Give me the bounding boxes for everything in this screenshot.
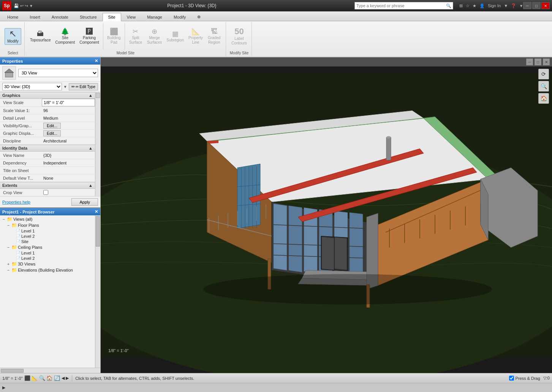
global-search-box[interactable]: 🔍 bbox=[354, 2, 453, 9]
tab-site[interactable]: Site bbox=[103, 13, 121, 21]
scale-value-row: Scale Value 1: 96 bbox=[0, 107, 95, 114]
user-icon[interactable]: 👤 bbox=[479, 3, 485, 8]
graded-region-button[interactable]: 🏗 GradedRegion bbox=[206, 27, 223, 46]
svg-rect-0 bbox=[5, 73, 13, 77]
tab-view[interactable]: View bbox=[121, 13, 142, 21]
identity-data-header: Identity Data ▲ bbox=[0, 145, 95, 152]
view-scale-input[interactable] bbox=[42, 99, 95, 106]
properties-scrollbar[interactable] bbox=[95, 92, 100, 196]
visibility-edit-button[interactable]: Edit... bbox=[43, 123, 61, 129]
tree-item-floor-plans[interactable]: − 📁 Floor Plans bbox=[0, 222, 95, 228]
instance-dropdown-icon[interactable]: ▼ bbox=[63, 85, 67, 89]
tree-toggle-floor-plans[interactable]: − bbox=[6, 223, 11, 228]
tab-extra[interactable]: ⊕ bbox=[191, 13, 206, 21]
tab-insert[interactable]: Insert bbox=[24, 13, 46, 21]
split-surface-button[interactable]: ✂ SplitSurface bbox=[127, 27, 144, 46]
tree-item-ceiling-level2[interactable]: 📄 Level 2 bbox=[0, 256, 95, 261]
extents-collapse-icon[interactable]: ▲ bbox=[89, 183, 93, 188]
maximize-button[interactable]: □ bbox=[532, 2, 541, 9]
view-controls-icons[interactable]: ⬛ 📐 🔍 🏠 🔄 bbox=[24, 375, 60, 381]
tab-manage[interactable]: Manage bbox=[141, 13, 168, 21]
identity-collapse-icon[interactable]: ▲ bbox=[89, 146, 93, 150]
3d-view-canvas: 1/8" = 1'-0" bbox=[101, 57, 552, 373]
discipline-value: Architectural bbox=[42, 138, 95, 144]
tree-toggle-views[interactable]: − bbox=[2, 217, 6, 221]
close-button[interactable]: ✕ bbox=[541, 2, 550, 9]
global-search-input[interactable] bbox=[356, 3, 446, 8]
tree-item-level1[interactable]: 📄 Level 1 bbox=[0, 228, 95, 234]
properties-help-link[interactable]: Properties help bbox=[2, 200, 30, 204]
press-drag-checkbox[interactable]: Press & Drag bbox=[509, 376, 540, 381]
viewport-maximize-button[interactable]: □ bbox=[535, 58, 541, 65]
sign-in-text[interactable]: Sign In bbox=[488, 3, 501, 8]
3d-views-toggle[interactable]: + bbox=[6, 262, 11, 266]
merge-surfaces-button[interactable]: ⊕ MergeSurfaces bbox=[146, 27, 163, 46]
home-view-button[interactable]: 🏠 bbox=[538, 93, 549, 104]
browser-scrollbar[interactable] bbox=[95, 215, 100, 368]
toposurface-button[interactable]: 🏔 Toposurface bbox=[28, 30, 52, 43]
tree-item-ceiling-level1[interactable]: 📄 Level 1 bbox=[0, 250, 95, 256]
cmd-text: ▶ bbox=[2, 385, 5, 390]
tree-item-3d-views[interactable]: + 📁 3D Views bbox=[0, 261, 95, 267]
label-contours-button[interactable]: 50 LabelContours bbox=[230, 27, 248, 46]
elevations-toggle[interactable]: − bbox=[6, 268, 11, 272]
crop-view-checkbox[interactable] bbox=[43, 190, 48, 195]
left-panel: Properties ✕ 3D View 3D View: {3D} bbox=[0, 57, 101, 373]
zoom-tool-button[interactable]: 🔍 bbox=[538, 81, 549, 92]
subregion-button[interactable]: ▦ Subregion bbox=[165, 30, 185, 43]
tree-item-site[interactable]: 📄 Site bbox=[0, 239, 95, 244]
prop-type-select[interactable]: 3D View bbox=[18, 69, 98, 77]
tab-home[interactable]: Home bbox=[2, 13, 24, 21]
tab-annotate[interactable]: Annotate bbox=[46, 13, 74, 21]
merge-surfaces-icon: ⊕ bbox=[152, 28, 157, 35]
modify-button[interactable]: ↖ Modify bbox=[5, 28, 21, 45]
tab-structure[interactable]: Structure bbox=[74, 13, 103, 21]
building-pad-button[interactable]: ⬛ BuildingPad bbox=[106, 27, 122, 46]
scale-info: 1/8" = 1'-0" ⬛ 📐 🔍 🏠 🔄 ◀ ▶ bbox=[2, 375, 72, 381]
tree-item-level2[interactable]: 📄 Level 2 bbox=[0, 234, 95, 239]
browser-hscrollbar[interactable] bbox=[0, 368, 100, 373]
ribbon: ↖ Modify Select 🏔 Toposurface 🌲 SiteComp… bbox=[0, 21, 552, 57]
orbit-tool-button[interactable]: ⟳ bbox=[538, 69, 549, 79]
qat-more-icon[interactable]: ▼ bbox=[29, 4, 33, 8]
graded-region-label: GradedRegion bbox=[208, 36, 220, 45]
ceiling-plans-label: Ceiling Plans bbox=[18, 245, 42, 250]
properties-close-icon[interactable]: ✕ bbox=[95, 58, 98, 63]
undo-icon[interactable]: ↩ bbox=[20, 3, 24, 8]
apply-button[interactable]: Apply bbox=[71, 198, 98, 206]
minimize-button[interactable]: ─ bbox=[523, 2, 531, 9]
property-line-button[interactable]: 📐 PropertyLine bbox=[187, 27, 204, 46]
graded-region-icon: 🏗 bbox=[211, 28, 218, 35]
help-dropdown-icon[interactable]: ▼ bbox=[504, 3, 508, 8]
help-icon[interactable]: ❓ bbox=[511, 3, 516, 8]
tab-modify[interactable]: Modify bbox=[168, 13, 191, 21]
nav-arrows[interactable]: ◀ ▶ bbox=[62, 376, 69, 381]
prop-instance-select[interactable]: 3D View: {3D} bbox=[2, 83, 62, 90]
tree-item-ceiling-plans[interactable]: − 📁 Ceiling Plans bbox=[0, 244, 95, 250]
divider-2 bbox=[125, 23, 125, 50]
bookmark-icon[interactable]: ★ bbox=[473, 3, 476, 8]
crop-view-row: Crop View bbox=[0, 189, 95, 196]
viewport-close-button[interactable]: ✕ bbox=[543, 58, 550, 65]
viewport[interactable]: ─ □ ✕ bbox=[101, 57, 552, 373]
ceiling-toggle[interactable]: − bbox=[6, 245, 11, 250]
browser-close-icon[interactable]: ✕ bbox=[95, 209, 98, 214]
scale-value-label: Scale Value 1: bbox=[0, 107, 42, 114]
parking-component-button[interactable]: 🅿 ParkingComponent bbox=[78, 27, 101, 46]
window-controls[interactable]: ─ □ ✕ bbox=[523, 2, 550, 9]
star-icon[interactable]: ☆ bbox=[466, 3, 470, 8]
tree-item-elevations[interactable]: − 📁 Elevations (Building Elevation bbox=[0, 267, 95, 273]
edit-type-button[interactable]: ✏ ✏ Edit Type bbox=[69, 83, 98, 90]
press-drag-check[interactable] bbox=[509, 376, 514, 381]
redo-icon[interactable]: ↪ bbox=[25, 3, 28, 8]
svg-marker-25 bbox=[350, 213, 363, 277]
browser-content[interactable]: − 📁 Views (all) − 📁 Floor Plans 📄 bbox=[0, 215, 95, 368]
help-more-icon[interactable]: ▼ bbox=[519, 4, 523, 8]
viewport-minimize-button[interactable]: ─ bbox=[526, 58, 533, 65]
site-component-button[interactable]: 🌲 SiteComponent bbox=[54, 27, 76, 46]
apps-icon[interactable]: ⊞ bbox=[459, 3, 463, 8]
tree-item-views[interactable]: − 📁 Views (all) bbox=[0, 216, 95, 222]
graphic-display-button[interactable]: Edit... bbox=[43, 130, 61, 136]
graphics-collapse-icon[interactable]: ▲ bbox=[89, 93, 93, 98]
save-icon[interactable]: 💾 bbox=[14, 3, 19, 8]
